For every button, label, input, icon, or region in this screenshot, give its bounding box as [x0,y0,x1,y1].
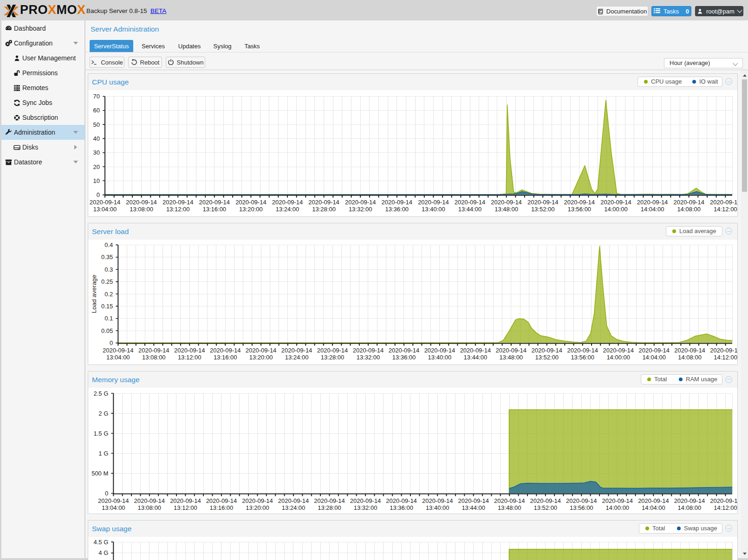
svg-text:2020-09-14: 2020-09-14 [174,347,205,354]
svg-text:2020-09-14: 2020-09-14 [673,199,704,206]
svg-text:2020-09-14: 2020-09-14 [566,497,597,504]
svg-text:0.4: 0.4 [104,241,113,248]
svg-text:0.15: 0.15 [101,303,113,310]
svg-text:2020-09-14: 2020-09-14 [532,347,563,354]
svg-text:2020-09-14: 2020-09-14 [242,497,273,504]
svg-text:13:20:00: 13:20:00 [246,504,269,511]
svg-text:13:16:00: 13:16:00 [202,206,226,213]
svg-text:2020-09-14: 2020-09-14 [710,199,737,206]
svg-text:70: 70 [93,93,100,100]
svg-text:2020-09-14: 2020-09-14 [674,347,705,354]
svg-text:13:04:00: 13:04:00 [106,354,130,361]
svg-text:13:48:00: 13:48:00 [499,354,523,361]
svg-text:2020-09-14: 2020-09-14 [494,497,525,504]
svg-text:13:32:00: 13:32:00 [349,206,372,213]
svg-text:2020-09-14: 2020-09-14 [418,199,449,206]
svg-text:13:40:00: 13:40:00 [426,504,449,511]
svg-text:13:52:00: 13:52:00 [533,504,557,511]
svg-text:2020-09-14: 2020-09-14 [317,347,348,354]
svg-text:2020-09-14: 2020-09-14 [382,199,413,206]
svg-text:14:08:00: 14:08:00 [677,206,701,213]
svg-text:4 G: 4 G [98,549,108,556]
svg-text:2020-09-14: 2020-09-14 [602,497,633,504]
svg-text:13:04:00: 13:04:00 [102,504,125,511]
svg-text:2020-09-14: 2020-09-14 [98,497,129,504]
svg-text:13:24:00: 13:24:00 [282,504,306,511]
svg-text:13:44:00: 13:44:00 [458,206,482,213]
svg-text:14:00:00: 14:00:00 [604,206,628,213]
svg-text:13:56:00: 13:56:00 [567,206,591,213]
svg-text:2020-09-14: 2020-09-14 [458,497,488,504]
svg-text:0.3: 0.3 [104,266,113,273]
svg-text:2020-09-14: 2020-09-14 [496,347,527,354]
svg-text:14:12:00: 14:12:00 [714,504,737,511]
svg-text:13:36:00: 13:36:00 [392,354,416,361]
svg-text:2020-09-14: 2020-09-14 [386,497,417,504]
svg-text:2020-09-14: 2020-09-14 [460,347,491,354]
svg-text:2020-09-14: 2020-09-14 [491,199,522,206]
svg-text:2020-09-14: 2020-09-14 [281,347,312,354]
svg-text:2020-09-14: 2020-09-14 [637,199,668,206]
svg-text:2 G: 2 G [98,410,108,417]
svg-text:2020-09-14: 2020-09-14 [567,347,598,354]
svg-text:Load average: Load average [91,275,98,313]
svg-text:14:12:00: 14:12:00 [714,206,737,213]
svg-text:2020-09-14: 2020-09-14 [314,497,345,504]
svg-text:50: 50 [93,121,100,128]
svg-text:13:16:00: 13:16:00 [210,504,234,511]
svg-text:2020-09-14: 2020-09-14 [103,347,133,354]
svg-text:2020-09-14: 2020-09-14 [199,199,230,206]
svg-text:13:12:00: 13:12:00 [174,504,197,511]
svg-text:2020-09-14: 2020-09-14 [308,199,339,206]
svg-text:2020-09-14: 2020-09-14 [389,347,420,354]
svg-text:2020-09-14: 2020-09-14 [345,199,376,206]
svg-text:2020-09-14: 2020-09-14 [422,497,453,504]
svg-text:2020-09-14: 2020-09-14 [424,347,455,354]
svg-text:13:20:00: 13:20:00 [239,206,263,213]
svg-text:13:12:00: 13:12:00 [166,206,190,213]
svg-text:14:08:00: 14:08:00 [678,354,702,361]
svg-text:30: 30 [93,149,100,156]
svg-text:1 G: 1 G [98,450,108,457]
svg-text:14:04:00: 14:04:00 [642,504,665,511]
svg-text:4.5 G: 4.5 G [94,539,109,546]
svg-text:0.35: 0.35 [101,254,113,260]
svg-text:13:28:00: 13:28:00 [318,504,341,511]
svg-text:0: 0 [97,191,100,198]
svg-text:13:56:00: 13:56:00 [571,354,594,361]
svg-text:20: 20 [93,163,100,170]
svg-text:2020-09-14: 2020-09-14 [246,347,277,354]
svg-text:1.5 G: 1.5 G [94,430,109,437]
svg-text:13:08:00: 13:08:00 [137,504,161,511]
svg-text:500 M: 500 M [91,470,108,477]
svg-text:2020-09-14: 2020-09-14 [455,199,486,206]
svg-text:14:04:00: 14:04:00 [641,206,664,213]
svg-text:2020-09-14: 2020-09-14 [170,497,201,504]
svg-text:13:32:00: 13:32:00 [357,354,380,361]
svg-text:2020-09-14: 2020-09-14 [206,497,237,504]
svg-text:2020-09-14: 2020-09-14 [638,347,670,354]
svg-text:2020-09-14: 2020-09-14 [272,199,303,206]
svg-text:13:16:00: 13:16:00 [214,354,237,361]
svg-text:2020-09-14: 2020-09-14 [126,199,157,206]
svg-text:13:08:00: 13:08:00 [142,354,166,361]
svg-text:2020-09-14: 2020-09-14 [674,497,705,504]
svg-text:0: 0 [110,339,113,346]
svg-text:13:36:00: 13:36:00 [385,206,409,213]
svg-text:2020-09-14: 2020-09-14 [210,347,241,354]
svg-text:13:12:00: 13:12:00 [178,354,202,361]
svg-text:2020-09-14: 2020-09-14 [603,347,634,354]
svg-text:13:28:00: 13:28:00 [321,354,345,361]
svg-text:0: 0 [105,490,108,497]
svg-text:13:08:00: 13:08:00 [130,206,153,213]
svg-text:2020-09-14: 2020-09-14 [353,347,384,354]
svg-text:0.1: 0.1 [104,315,113,322]
svg-text:13:40:00: 13:40:00 [422,206,445,213]
svg-text:2020-09-14: 2020-09-14 [638,497,669,504]
svg-text:60: 60 [93,107,100,114]
svg-text:10: 10 [93,177,100,184]
svg-text:0.25: 0.25 [101,278,113,285]
svg-text:14:04:00: 14:04:00 [642,354,666,361]
svg-text:2020-09-14: 2020-09-14 [710,347,737,354]
svg-text:13:44:00: 13:44:00 [462,504,485,511]
